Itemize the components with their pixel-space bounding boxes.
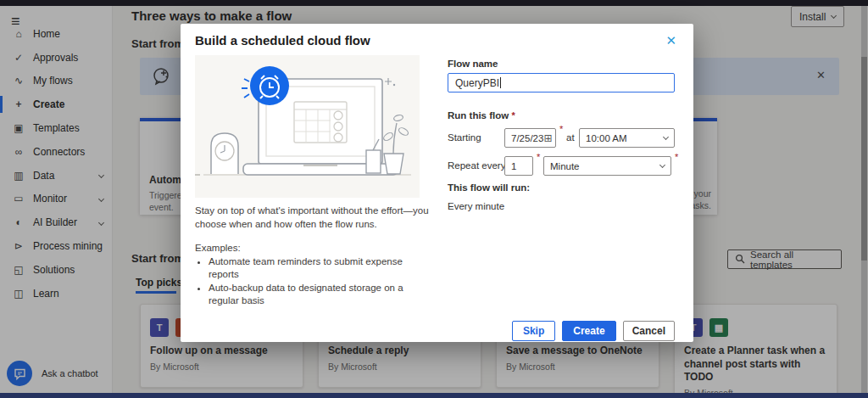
required-asterisk: *	[537, 152, 540, 162]
repeat-every-label: Repeat every	[448, 160, 505, 171]
flow-name-label: Flow name	[448, 59, 498, 69]
create-button[interactable]: Create	[562, 321, 615, 341]
date-value: 7/25/23	[511, 133, 543, 143]
chevron-down-icon	[659, 162, 665, 168]
frequency-unit-dropdown[interactable]: Minute	[543, 156, 671, 176]
start-time-dropdown[interactable]: 10:00 AM	[579, 128, 675, 148]
cancel-button[interactable]: Cancel	[623, 321, 675, 341]
chevron-down-icon	[663, 134, 669, 140]
dialog-footer-buttons: Skip Create Cancel	[512, 321, 675, 341]
dialog-description-block: Stay on top of what's important without …	[195, 205, 429, 308]
calendar-icon: ⊞	[543, 132, 552, 144]
dialog-title: Build a scheduled cloud flow	[195, 33, 370, 48]
required-asterisk: *	[559, 124, 563, 134]
examples-list: Automate team reminders to submit expens…	[195, 255, 429, 308]
starting-label: Starting	[448, 132, 481, 143]
time-value: 10:00 AM	[586, 133, 627, 143]
scheduled-flow-illustration	[195, 55, 420, 198]
interval-value: 1	[511, 161, 516, 171]
examples-label: Examples:	[195, 242, 429, 255]
scheduled-flow-dialog: Build a scheduled cloud flow ✕	[181, 24, 693, 342]
unit-value: Minute	[550, 161, 580, 171]
will-run-label: This flow will run:	[448, 182, 530, 193]
dialog-close-icon[interactable]: ✕	[665, 33, 676, 48]
at-label: at	[566, 132, 575, 143]
example-item: Auto-backup data to designated storage o…	[209, 282, 429, 308]
interval-input[interactable]: 1	[504, 156, 533, 176]
flow-name-input[interactable]: QueryPBI	[448, 73, 675, 92]
skip-button[interactable]: Skip	[512, 321, 555, 341]
required-asterisk: *	[675, 152, 678, 162]
text-caret	[500, 77, 501, 88]
example-item: Automate team reminders to submit expens…	[209, 255, 429, 282]
start-date-picker[interactable]: 7/25/23⊞	[504, 128, 556, 148]
dialog-description: Stay on top of what's important without …	[195, 205, 429, 231]
run-this-flow-label: Run this flow *	[448, 110, 515, 121]
will-run-value: Every minute	[448, 201, 504, 211]
flow-name-value: QueryPBI	[455, 77, 499, 89]
